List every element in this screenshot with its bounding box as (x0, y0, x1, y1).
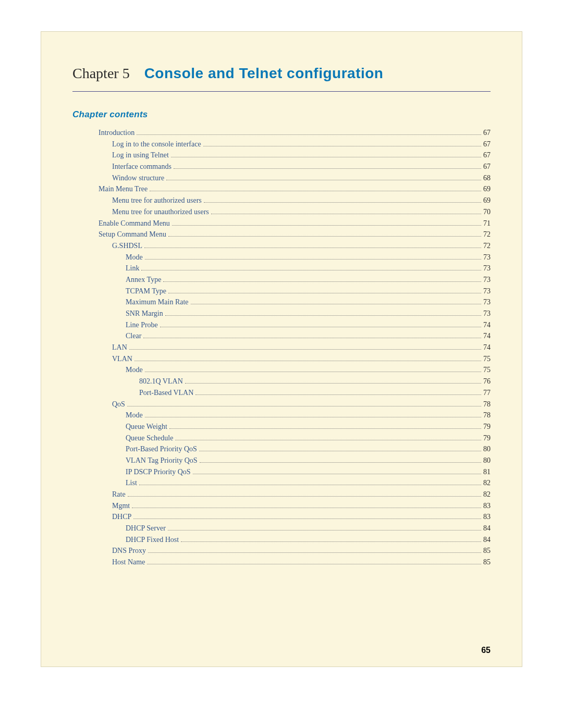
toc-entry-page: 75 (483, 364, 491, 376)
toc-entry[interactable]: Rate82 (72, 489, 491, 500)
toc-leader-dots (129, 349, 481, 350)
toc-entry[interactable]: VLAN75 (72, 353, 491, 365)
toc-entry[interactable]: Enable Command Menu71 (72, 218, 491, 229)
toc-leader-dots (145, 417, 481, 417)
toc-entry[interactable]: SNR Margin73 (72, 308, 491, 319)
toc-entry-label: Window structure (112, 172, 164, 184)
toc-entry-page: 79 (483, 421, 491, 433)
toc-entry-page: 72 (483, 240, 491, 252)
toc-entry[interactable]: Mode75 (72, 364, 491, 376)
toc-entry[interactable]: Mode73 (72, 252, 491, 263)
toc-leader-dots (163, 281, 481, 282)
toc-entry[interactable]: Maximum Main Rate73 (72, 297, 491, 308)
toc-leader-dots (174, 168, 481, 169)
toc-leader-dots (165, 315, 481, 316)
toc-entry[interactable]: Main Menu Tree69 (72, 183, 491, 195)
toc-entry[interactable]: Clear74 (72, 330, 491, 342)
toc-entry-label: Maximum Main Rate (126, 297, 189, 308)
toc-entry-page: 82 (483, 489, 491, 500)
toc-entry[interactable]: 802.1Q VLAN76 (72, 376, 491, 387)
toc-entry-label: G.SHDSL (112, 240, 142, 252)
toc-entry-label: Annex Type (126, 274, 161, 286)
document-page: Chapter 5 Console and Telnet configurati… (41, 31, 522, 667)
toc-entry-page: 73 (483, 252, 491, 263)
toc-entry-page: 77 (483, 387, 491, 399)
toc-entry[interactable]: Menu tree for authorized users69 (72, 195, 491, 206)
toc-leader-dots (168, 293, 481, 293)
toc-entry[interactable]: Line Probe74 (72, 319, 491, 331)
toc-entry-label: Interface commands (112, 161, 172, 172)
toc-entry-page: 74 (483, 319, 491, 331)
toc-entry-label: Queue Schedule (126, 433, 173, 444)
toc-entry[interactable]: Log in using Telnet67 (72, 150, 491, 161)
toc-entry-page: 68 (483, 172, 491, 184)
toc-leader-dots (172, 225, 481, 226)
chapter-heading: Chapter 5 Console and Telnet configurati… (72, 65, 491, 92)
toc-entry[interactable]: Port-Based Priority QoS80 (72, 443, 491, 455)
toc-entry[interactable]: DHCP Fixed Host84 (72, 534, 491, 546)
toc-entry[interactable]: LAN74 (72, 342, 491, 353)
toc-entry[interactable]: VLAN Tag Priority QoS80 (72, 455, 491, 466)
toc-leader-dots (195, 394, 481, 395)
toc-leader-dots (132, 508, 481, 508)
toc-leader-dots (133, 519, 481, 519)
table-of-contents: Introduction67Log in to the console inte… (72, 127, 491, 568)
toc-entry-label: Mgmt (112, 500, 130, 512)
toc-leader-dots (139, 485, 481, 485)
toc-entry[interactable]: Interface commands67 (72, 161, 491, 172)
toc-entry[interactable]: IP DSCP Priority QoS81 (72, 466, 491, 478)
toc-entry[interactable]: Log in to the console interface67 (72, 139, 491, 150)
toc-entry-page: 74 (483, 342, 491, 353)
toc-entry-page: 83 (483, 500, 491, 512)
toc-entry-label: Link (126, 263, 139, 274)
toc-entry-label: Log in using Telnet (112, 150, 169, 161)
toc-entry-label: Host Name (112, 557, 145, 568)
toc-entry-page: 79 (483, 433, 491, 444)
toc-entry-page: 67 (483, 150, 491, 161)
toc-entry-page: 74 (483, 330, 491, 342)
toc-entry[interactable]: QoS78 (72, 399, 491, 410)
toc-leader-dots (169, 428, 481, 429)
toc-entry[interactable]: Host Name85 (72, 557, 491, 568)
toc-entry[interactable]: DHCP83 (72, 511, 491, 523)
toc-entry[interactable]: DNS Proxy85 (72, 545, 491, 557)
toc-entry[interactable]: Annex Type73 (72, 274, 491, 286)
toc-entry-label: DHCP Server (126, 523, 166, 534)
toc-entry[interactable]: TCPAM Type73 (72, 286, 491, 297)
toc-entry[interactable]: G.SHDSL72 (72, 240, 491, 252)
toc-entry-label: Main Menu Tree (99, 183, 148, 195)
toc-entry[interactable]: Mgmt83 (72, 500, 491, 512)
toc-leader-dots (127, 406, 481, 406)
toc-entry-label: Port-Based VLAN (139, 387, 193, 399)
toc-leader-dots (200, 462, 481, 463)
toc-entry[interactable]: Link73 (72, 263, 491, 274)
toc-leader-dots (147, 564, 481, 564)
toc-entry[interactable]: Window structure68 (72, 172, 491, 184)
toc-entry-label: Port-Based Priority QoS (126, 443, 197, 455)
toc-leader-dots (168, 236, 481, 237)
toc-entry-label: QoS (112, 399, 125, 410)
toc-entry[interactable]: Menu tree for unauthorized users70 (72, 206, 491, 218)
toc-entry-label: IP DSCP Priority QoS (126, 466, 191, 478)
chapter-number: Chapter 5 (72, 65, 130, 82)
toc-entry-label: Mode (126, 252, 143, 263)
toc-entry[interactable]: List82 (72, 477, 491, 489)
toc-entry-label: VLAN Tag Priority QoS (126, 455, 198, 466)
toc-leader-dots (211, 214, 481, 214)
toc-entry-label: Enable Command Menu (99, 218, 170, 229)
toc-entry[interactable]: Mode78 (72, 410, 491, 421)
toc-entry[interactable]: Queue Weight79 (72, 421, 491, 433)
toc-entry-label: SNR Margin (126, 308, 163, 319)
toc-entry-page: 76 (483, 376, 491, 387)
toc-entry[interactable]: Queue Schedule79 (72, 433, 491, 444)
toc-leader-dots (143, 338, 481, 338)
toc-entry[interactable]: Port-Based VLAN77 (72, 387, 491, 399)
toc-entry[interactable]: Introduction67 (72, 127, 491, 139)
toc-entry-label: Line Probe (126, 319, 158, 331)
toc-entry-label: Mode (126, 410, 143, 421)
toc-entry[interactable]: DHCP Server84 (72, 523, 491, 534)
toc-entry-page: 80 (483, 455, 491, 466)
toc-entry-page: 70 (483, 206, 491, 218)
toc-entry[interactable]: Setup Command Menu72 (72, 229, 491, 240)
toc-entry-label: DHCP (112, 511, 131, 523)
